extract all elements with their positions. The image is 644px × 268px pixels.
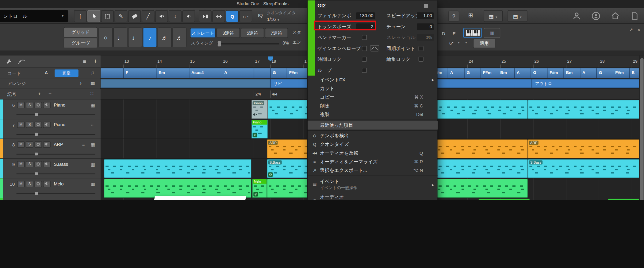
quantize-dropdown[interactable]: クオンタイズ タ 1/16 ▼ [267, 10, 296, 22]
context-menu-item[interactable]: イベントFX▸ [308, 76, 438, 84]
paint-tool-icon[interactable]: ✎ [115, 10, 128, 22]
add-marker-icon[interactable]: + [38, 91, 41, 97]
grid-icon[interactable]: ▦ [90, 80, 95, 86]
context-menu-item[interactable]: カット⌘ X [308, 84, 438, 93]
volume-slider[interactable] [17, 173, 95, 174]
autoscroll-icon[interactable] [199, 10, 212, 22]
chord-cell[interactable]: Bm [498, 68, 514, 78]
solo-button[interactable]: S [26, 181, 33, 187]
gear-icon[interactable] [253, 192, 258, 196]
bend-tool-icon[interactable]: ↕ [169, 10, 182, 22]
keyboard-view-button[interactable] [463, 28, 482, 38]
track-header-melo[interactable]: 10MSMelo▦ [0, 178, 101, 198]
context-menu-item[interactable]: コピー⌘ C [308, 93, 438, 102]
chord-cell[interactable]: G [531, 68, 547, 78]
mute-button[interactable]: M [17, 142, 25, 148]
chord-cell[interactable]: A [448, 68, 464, 78]
mute-button[interactable]: M [17, 122, 25, 128]
expand-icon[interactable]: ↗ [629, 27, 633, 32]
chord-cell[interactable]: G [596, 68, 613, 78]
param-value[interactable]: 0% [417, 34, 434, 41]
groove-button[interactable]: グルーヴ [64, 38, 98, 48]
clip-melo[interactable]: Melo [252, 179, 267, 198]
chord-cell[interactable] [254, 68, 270, 78]
remove-marker-icon[interactable]: − [48, 91, 52, 97]
snap-mode-icon[interactable]: ∩ ▼ [240, 10, 252, 22]
quintuplet-button[interactable]: 5連符 [241, 28, 264, 38]
gear-icon[interactable] [253, 133, 257, 138]
time-signature-marker[interactable]: 4/4 [272, 92, 278, 96]
solo-button[interactable]: S [26, 102, 33, 108]
note-value-thirtysecond[interactable]: ♬ [173, 28, 187, 47]
arranger-section[interactable] [101, 79, 270, 88]
context-menu-item[interactable]: ◀◀オーディオを反転⌘ R [308, 149, 438, 157]
music-note-icon[interactable]: ♪ [79, 80, 82, 86]
chord-cell[interactable]: A [222, 68, 254, 78]
note-value-eighth[interactable]: ♪ [143, 28, 157, 47]
volume-slider-handle[interactable] [35, 133, 38, 136]
context-menu-item[interactable]: ↗選択をエクスポート... [308, 166, 438, 175]
chevron-down-icon[interactable]: ▼ [465, 41, 467, 44]
close-icon[interactable]: × [638, 27, 640, 33]
chord-cell[interactable]: Em [156, 68, 189, 78]
clip-event[interactable] [528, 100, 640, 119]
clip-event[interactable] [104, 179, 251, 198]
snap-quantize-button[interactable]: Q [226, 10, 239, 22]
monitor-button[interactable] [43, 102, 51, 108]
chord-display-icon[interactable]: ♫ [90, 70, 94, 76]
chord-cell[interactable]: G [270, 68, 287, 78]
volume-slider-handle[interactable] [35, 172, 38, 175]
sync-user-icon[interactable] [591, 11, 601, 22]
chord-cell[interactable]: Bm [564, 68, 580, 78]
chord-cell[interactable]: Asus4 [189, 68, 222, 78]
vertical-scrollbar[interactable]: + − [639, 56, 644, 200]
checkbox[interactable] [362, 57, 367, 62]
note-value-quarter[interactable]: ♩ [128, 28, 142, 47]
timestretch-icon[interactable] [212, 10, 225, 22]
arranger-track-row[interactable]: アレンジ ♪ ▦ [0, 79, 101, 88]
param-value[interactable]: 1.00 [417, 12, 434, 19]
bracket-tool-icon[interactable]: [ [74, 10, 87, 22]
clip-arp[interactable]: ARP [528, 139, 640, 158]
control-link-dropdown[interactable]: ントロール ▼ [0, 10, 68, 22]
mute-button[interactable]: M [17, 181, 25, 187]
chord-track-row[interactable]: コード A 追従 ♫ [0, 68, 101, 78]
notifications-icon[interactable] [630, 11, 639, 22]
context-menu-item[interactable]: ≡オーディオをノーマライズ⌥ N [308, 157, 438, 166]
track-header-piano[interactable]: 6MSPiano▦ [0, 99, 101, 119]
record-arm-button[interactable] [35, 102, 42, 108]
triplet3-button[interactable]: 3連符 [217, 28, 240, 38]
track-header-piano[interactable]: 7MSPiano≈ [0, 119, 101, 139]
chord-follow-button[interactable]: 追従 [55, 69, 79, 77]
note-value-half[interactable]: ♩ [113, 28, 128, 47]
record-arm-button[interactable] [35, 161, 42, 167]
record-arm-button[interactable] [35, 181, 42, 187]
volume-slider-handle[interactable] [35, 153, 38, 155]
mute-button[interactable]: M [17, 102, 25, 108]
chord-key[interactable]: A [45, 70, 48, 75]
monitor-button[interactable] [43, 161, 51, 167]
chord-cell[interactable] [101, 68, 123, 78]
mute-tool-icon[interactable] [155, 10, 168, 22]
volume-slider-handle[interactable] [35, 113, 38, 116]
volume-slider[interactable] [17, 134, 95, 135]
list-menu-icon[interactable]: ≡ [83, 58, 86, 64]
chord-cell[interactable]: F#m [547, 68, 564, 78]
context-menu-item[interactable]: 複製D [308, 110, 438, 119]
automation-icon[interactable] [18, 59, 25, 65]
user-icon[interactable] [572, 11, 581, 22]
swing-slider[interactable] [217, 43, 279, 45]
note-value-sixteenth[interactable]: ♬ [158, 28, 172, 47]
record-arm-button[interactable] [35, 122, 42, 128]
solo-button[interactable]: S [26, 142, 33, 148]
monitor-button[interactable] [43, 122, 51, 128]
track-header-arp[interactable]: 8MSARP≡▦ [0, 139, 101, 159]
split-tool-icon[interactable]: ╱ [142, 10, 155, 22]
chord-cell[interactable]: F [123, 68, 156, 78]
apply-button[interactable]: 適用 [473, 39, 495, 48]
context-menu-item[interactable]: 削除Del [308, 102, 438, 110]
event-color-swatch[interactable] [424, 4, 428, 8]
volume-slider[interactable] [17, 193, 95, 194]
checkbox[interactable] [362, 68, 367, 72]
checkbox[interactable] [362, 46, 367, 51]
